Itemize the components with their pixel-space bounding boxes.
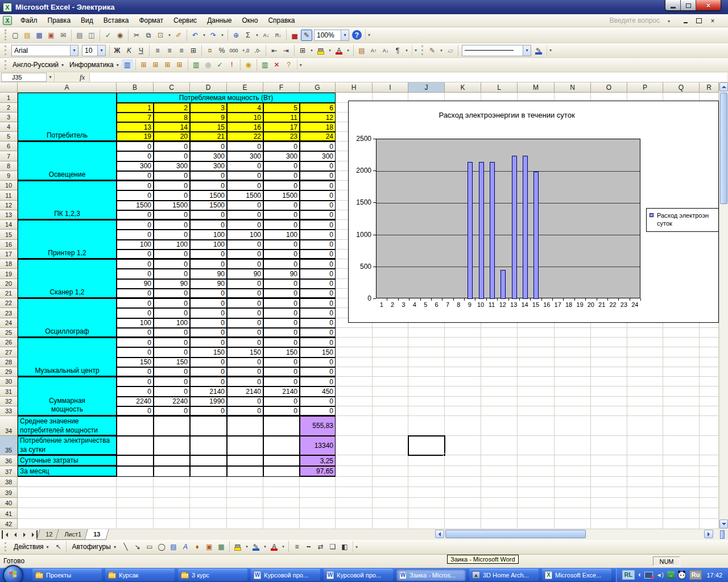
dictionary-direction-dropdown[interactable]: Англо-Русский [10,59,67,70]
grid-cell[interactable] [591,367,627,377]
grid-cell[interactable]: 0 [117,171,154,181]
grid-cell[interactable] [227,519,263,529]
grid-cell[interactable] [700,377,719,386]
toolbar-grip[interactable] [421,45,423,56]
grid-cell[interactable] [336,416,373,436]
actions-menu-button[interactable]: Действия [10,541,53,552]
grid-cell[interactable]: 300 [190,161,227,171]
consumer-label-cell[interactable]: Музыкальный центр [18,338,117,377]
grid-cell[interactable] [408,508,445,519]
grid-cell[interactable] [336,477,373,488]
column-header-B[interactable]: B [117,82,154,93]
grid-cell[interactable] [591,436,627,456]
grid-cell[interactable] [663,508,700,519]
grid-cell[interactable]: 90 [117,279,154,289]
permission-icon[interactable]: ▣ [46,30,57,41]
grid-cell[interactable] [555,377,591,386]
grid-cell[interactable]: 100 [190,230,227,239]
row-header-22[interactable]: 22 [0,298,18,308]
grid-cell[interactable] [627,328,663,338]
grid-cell[interactable] [154,477,190,488]
grid-cell[interactable]: 0 [154,250,190,259]
row-header-41[interactable]: 41 [0,508,18,519]
grid-cell[interactable] [373,498,408,509]
chevron-down-icon[interactable] [404,45,410,56]
row-header-36[interactable]: 36 [0,455,18,466]
grid-cell[interactable]: 150 [227,347,263,357]
grid-cell[interactable] [408,416,445,436]
grid-cell[interactable] [518,357,555,367]
grid-cell[interactable] [591,357,627,367]
grid-cell[interactable] [518,367,555,377]
summary-value-cell[interactable]: 13340 [300,436,336,456]
taskbar-button-3D Home Arch...[interactable]: 3D Home Arch... [469,569,539,581]
grid-cell[interactable] [336,338,373,347]
grid-cell[interactable]: 0 [117,298,154,308]
chevron-down-icon[interactable] [668,19,670,24]
grid-cell[interactable] [445,328,481,338]
grid-cell[interactable]: 300 [300,151,336,161]
grid-cell[interactable] [481,455,518,466]
eraser-icon[interactable]: ▱ [445,45,456,56]
hour-cell[interactable]: 14 [154,122,190,132]
grid-cell[interactable] [663,466,700,477]
grid-cell[interactable] [700,416,719,436]
hour-cell[interactable]: 7 [117,113,154,122]
row-header-40[interactable]: 40 [0,498,18,509]
row-header-9[interactable]: 9 [0,171,18,181]
grid-cell[interactable] [408,477,445,488]
row-header-12[interactable]: 12 [0,201,18,210]
grid-cell[interactable]: 1500 [263,190,300,200]
consumer-label-cell[interactable]: ПК 1,2,3 [18,181,117,220]
grid-cell[interactable]: 0 [190,377,227,386]
grid-cell[interactable] [373,519,408,529]
column-header-L[interactable]: L [481,82,518,93]
scroll-up-button[interactable] [719,82,728,92]
grid-cell[interactable] [117,466,154,477]
grid-cell[interactable]: 0 [227,367,263,377]
consumer-label-cell[interactable]: Сканер 1,2 [18,259,117,298]
undo-icon[interactable]: ↶ [189,30,201,41]
hyperlink-icon[interactable]: ⊕ [230,30,242,41]
grid-cell[interactable] [700,406,719,416]
consumer-label-cell[interactable]: Осциллограф [18,298,117,338]
grid-cell[interactable]: 0 [300,406,336,416]
grid-cell[interactable]: 0 [190,220,227,230]
grid-cell[interactable] [336,377,373,386]
menu-Вставка[interactable]: Вставка [98,14,134,27]
autosum-icon[interactable]: Σ [242,30,254,41]
grid-cell[interactable] [263,436,300,456]
grid-cell[interactable] [700,338,719,347]
grid-cell[interactable] [373,338,408,347]
scroll-right-button[interactable] [704,530,713,538]
grid-cell[interactable] [300,519,336,529]
grid-cell[interactable] [336,466,373,477]
grid-cell[interactable]: 0 [263,377,300,386]
taskbar-button-Курсак[interactable]: Курсак [105,569,175,581]
grid-cell[interactable] [591,519,627,529]
window-minimize-icon[interactable] [681,17,689,24]
grid-cell[interactable] [445,416,481,436]
grid-cell[interactable] [518,436,555,456]
grid-cell[interactable] [373,416,408,436]
grid-cell[interactable] [445,455,481,466]
grid-cell[interactable] [336,487,373,498]
grid-cell[interactable] [481,436,518,456]
grid-cell[interactable]: 150 [190,347,227,357]
row-header-26[interactable]: 26 [0,338,18,347]
grid-cell[interactable] [555,338,591,347]
hour-cell[interactable]: 20 [154,132,190,142]
column-header-R[interactable]: R [700,82,719,93]
grid-cell[interactable] [408,498,445,509]
grid-cell[interactable] [627,508,663,519]
grid-cell[interactable] [190,455,227,466]
grid-cell[interactable]: 0 [227,259,263,269]
hour-cell[interactable]: 4 [227,103,263,113]
grid-cell[interactable]: 0 [300,269,336,278]
grid-cell[interactable] [663,498,700,509]
column-header-D[interactable]: D [190,82,227,93]
grid-cell[interactable]: 0 [227,250,263,259]
consumer-label-cell[interactable]: Принтер 1,2 [18,220,117,259]
row-header-34[interactable]: 34 [0,416,18,436]
grid-cell[interactable] [663,406,700,416]
